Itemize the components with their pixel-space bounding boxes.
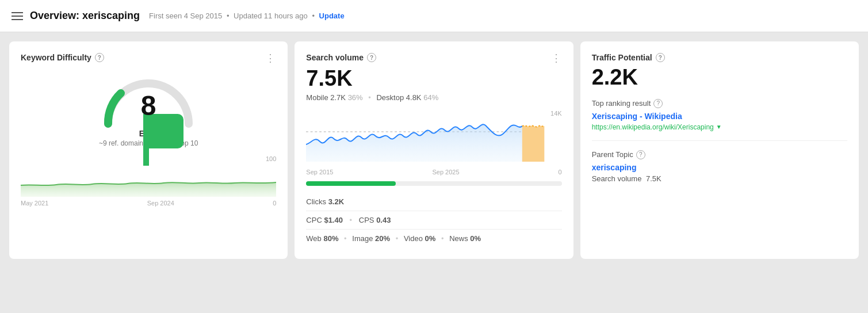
clicks-value: 3.2K [328,197,344,206]
kd-score: 8 [141,92,156,120]
kd-menu-dots[interactable]: ⋮ [265,53,276,63]
video-pct: 0% [425,234,436,243]
video-label: Video [404,234,423,243]
sv-menu-dots[interactable]: ⋮ [551,53,562,63]
header-meta: First seen 4 Sep 2015 • Updated 11 hours… [149,12,345,20]
kd-zero: 0 [273,200,276,207]
sv-zero: 0 [559,169,562,175]
parent-sv-value: 7.5K [646,174,661,183]
kd-date-end: Sep 2024 [147,200,174,207]
tp-result-title-link[interactable]: Xeriscaping - Wikipedia [592,112,847,121]
kd-history-svg [21,155,276,197]
sv-chart: 14K [306,110,561,167]
tp-ranking-help-icon[interactable]: ? [653,99,663,108]
sv-title-text: Search volume [306,53,364,62]
tp-title: Traffic Potential ? [592,53,665,62]
sv-card-header: Search volume ? ⋮ [306,53,561,63]
gauge-flag [117,102,130,115]
tp-title-text: Traffic Potential [592,53,652,62]
tp-result-url-link[interactable]: https://en.wikipedia.org/wiki/Xeriscapin… [592,123,847,131]
first-seen: First seen 4 Sep 2015 [149,12,222,20]
search-volume-card: Search volume ? ⋮ 7.5K Mobile 2.7K 36% •… [295,41,573,259]
desktop-value: 4.8K [406,93,422,102]
mobile-label: Mobile [306,93,328,102]
desktop-label: Desktop [376,93,404,102]
page-title: Overview: xeriscaping [30,10,140,22]
keyword-difficulty-card: Keyword Difficulty ? ⋮ [9,41,288,259]
traffic-potential-card: Traffic Potential ? 2.2K Top ranking res… [580,41,859,259]
tp-parent-help-icon[interactable]: ? [636,150,645,159]
cpc-label: CPC [306,216,322,224]
kd-chart: 100 May 2021 Sep 2024 0 [21,155,276,207]
sv-title: Search volume ? [306,53,376,62]
image-label: Image [352,234,373,243]
tp-parent-sv: Search volume 7.5K [592,174,847,183]
sv-clicks-row: Clicks 3.2K [306,193,561,211]
mobile-value: 2.7K [330,93,346,102]
sv-date-end: Sep 2025 [432,169,459,175]
desktop-pct: 64% [423,93,438,102]
sv-value: 7.5K [306,67,561,91]
top-ranking-text: Top ranking result [592,99,651,108]
sv-help-icon[interactable]: ? [367,53,376,62]
news-label: News [449,234,468,243]
kd-card-header: Keyword Difficulty ? ⋮ [21,53,276,63]
tp-url-text: https://en.wikipedia.org/wiki/Xeriscapin… [592,123,714,131]
tp-divider [592,140,847,141]
sv-history-svg [306,110,544,162]
cps-value: 0.43 [376,216,391,224]
mobile-pct: 36% [348,93,363,102]
parent-topic-text: Parent Topic [592,150,633,159]
kd-title: Keyword Difficulty ? [21,53,104,62]
sv-date-start: Sep 2015 [306,169,333,175]
tp-top-ranking-label: Top ranking result ? [592,99,847,108]
kd-help-icon[interactable]: ? [95,53,104,62]
gauge-wrapper: 8 [97,69,200,127]
image-pct: 20% [375,234,390,243]
header: Overview: xeriscaping First seen 4 Sep 2… [0,0,868,32]
tp-parent-topic-link[interactable]: xeriscaping [592,163,847,172]
sv-chart-top-label: 14K [550,110,562,117]
cpc-value: $1.40 [324,216,343,224]
kd-gauge: 8 Easy ~9 ref. domains to rank in top 10 [21,69,276,147]
parent-sv-label: Search volume [592,174,642,183]
dropdown-icon: ▼ [716,124,722,130]
sv-progress-bar-wrap [306,181,561,186]
tp-parent-topic-label: Parent Topic ? [592,150,847,159]
kd-date-start: May 2021 [21,200,48,207]
hamburger-menu[interactable] [12,12,23,20]
kd-chart-top-label: 100 [266,155,276,162]
sv-chart-bottom-labels: Sep 2015 Sep 2025 0 [306,169,561,175]
kd-chart-bottom-labels: May 2021 Sep 2024 0 [21,200,276,207]
kd-title-text: Keyword Difficulty [21,53,91,62]
sv-cpc-row: CPC $1.40 • CPS 0.43 [306,211,561,230]
tp-card-header: Traffic Potential ? [592,53,847,62]
news-pct: 0% [470,234,481,243]
sv-breakdown: Mobile 2.7K 36% • Desktop 4.8K 64% [306,93,561,102]
sv-progress-bar [306,181,396,186]
clicks-label: Clicks [306,197,326,206]
tp-value: 2.2K [592,66,847,90]
cps-label: CPS [359,216,374,224]
web-label: Web [306,234,322,243]
updated-time: Updated 11 hours ago [234,12,308,20]
tp-help-icon[interactable]: ? [656,53,665,62]
web-pct: 80% [323,234,338,243]
sv-breakdown-row: Web 80% • Image 20% • Video 0% • News 0% [306,230,561,247]
main-content: Keyword Difficulty ? ⋮ [0,32,868,268]
update-link[interactable]: Update [319,12,345,20]
